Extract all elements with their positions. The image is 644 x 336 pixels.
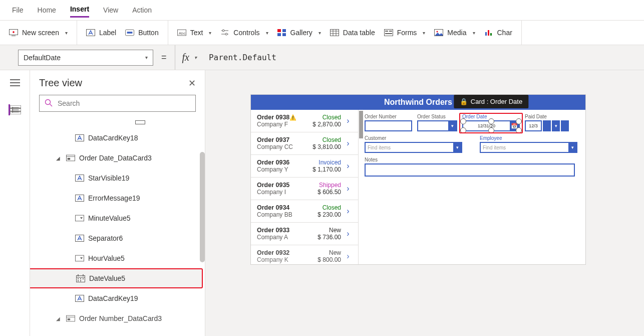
tree-node-hourval[interactable]: HourValue5 bbox=[30, 248, 205, 268]
controls-button[interactable]: Controls ▾ bbox=[220, 28, 268, 37]
chevron-right-icon[interactable]: › bbox=[344, 207, 352, 216]
menu-insert[interactable]: Insert bbox=[70, 2, 89, 18]
input-notes[interactable] bbox=[365, 163, 575, 177]
input-employee[interactable]: Find items▾ bbox=[480, 142, 577, 153]
order-company: Company A bbox=[257, 234, 314, 241]
tree-node-datacardkey19[interactable]: DataCardKey19 bbox=[30, 288, 205, 308]
label-icon bbox=[86, 28, 95, 37]
input-order-status[interactable]: ▾ bbox=[417, 120, 457, 131]
svg-rect-28 bbox=[485, 32, 487, 36]
button-button[interactable]: Button bbox=[125, 28, 158, 37]
order-id: Order 0937 bbox=[257, 136, 309, 143]
media-button[interactable]: Media ▾ bbox=[434, 28, 475, 37]
tree-node-minuteval[interactable]: MinuteValue5 bbox=[30, 208, 205, 228]
tree-node-starvisible[interactable]: StarVisible19 bbox=[30, 168, 205, 188]
order-form: Order Number Order Status ▾ 🔒 Card : Ord… bbox=[359, 110, 585, 264]
input-order-number[interactable] bbox=[365, 120, 412, 131]
svg-rect-54 bbox=[80, 278, 81, 279]
text-button[interactable]: Abc Text ▾ bbox=[177, 28, 212, 37]
formula-expr-left: Parent. bbox=[209, 53, 242, 62]
field-employee: Employee Find items▾ bbox=[480, 135, 577, 153]
order-row[interactable]: Order 0932New›Company K$ 800.00 bbox=[251, 245, 358, 264]
order-amount: $ 1,170.00 bbox=[312, 166, 341, 173]
label-button[interactable]: Label bbox=[86, 28, 116, 37]
forms-label: Forms bbox=[397, 29, 417, 37]
calendar-icon[interactable] bbox=[543, 120, 551, 131]
forms-button[interactable]: Forms ▾ bbox=[384, 28, 426, 37]
order-row[interactable]: Order 0935Shipped›Company I$ 606.50 bbox=[251, 178, 358, 200]
chevron-down-icon: ▾ bbox=[266, 30, 268, 36]
tree-view-icon[interactable] bbox=[9, 104, 20, 115]
charts-button[interactable]: Char bbox=[484, 28, 512, 37]
order-row[interactable]: Order 0937Closed›Company CC$ 3,810.00 bbox=[251, 132, 358, 155]
order-row[interactable]: Order 0934Closed›Company BB$ 230.00 bbox=[251, 200, 358, 223]
svg-rect-22 bbox=[384, 30, 393, 36]
controls-icon bbox=[220, 28, 229, 37]
order-amount: $ 606.50 bbox=[317, 189, 341, 196]
chevron-down-icon: ▾ bbox=[423, 30, 425, 36]
collapse-icon[interactable]: ◢ bbox=[56, 316, 62, 321]
tree-search[interactable] bbox=[39, 95, 196, 112]
menu-file[interactable]: File bbox=[12, 3, 24, 17]
chevron-right-icon[interactable]: › bbox=[344, 184, 352, 193]
menu-bar: File Home Insert View Action bbox=[0, 0, 644, 20]
hamburger-icon[interactable] bbox=[10, 77, 21, 88]
input-customer[interactable]: Find items▾ bbox=[365, 142, 462, 153]
canvas[interactable]: Northwind Orders Order 0938⚠️Closed›Comp… bbox=[205, 70, 644, 336]
property-dropdown[interactable]: DefaultDate ▾ bbox=[18, 50, 153, 66]
order-row[interactable]: Order 0936Invoiced›Company Y$ 1,170.00 bbox=[251, 155, 358, 178]
label-icon bbox=[75, 294, 84, 303]
tree-node-partial[interactable] bbox=[30, 117, 205, 128]
order-company: Company K bbox=[257, 256, 314, 263]
tree-label: HourValue5 bbox=[88, 254, 125, 262]
chevron-right-icon[interactable]: › bbox=[344, 252, 352, 261]
chevron-down-icon[interactable]: ▾ bbox=[552, 120, 560, 131]
media-icon bbox=[434, 28, 443, 37]
screen-icon bbox=[9, 28, 18, 37]
formula-input[interactable]: Parent.Default bbox=[204, 53, 276, 62]
order-gallery[interactable]: Order 0938⚠️Closed›Company F$ 2,870.00Or… bbox=[251, 110, 359, 264]
order-amount: $ 736.00 bbox=[317, 234, 341, 241]
svg-rect-16 bbox=[282, 33, 286, 36]
svg-rect-43 bbox=[68, 158, 70, 160]
order-row[interactable]: Order 0933New›Company A$ 736.00 bbox=[251, 223, 358, 245]
tree-node-datacardkey18[interactable]: DataCardKey18 bbox=[30, 128, 205, 148]
chevron-right-icon[interactable]: › bbox=[344, 116, 352, 125]
order-id: Order 0933 bbox=[257, 227, 314, 234]
input-paid-date[interactable]: 12/3 bbox=[525, 120, 542, 131]
tree-node-dateval[interactable]: DateValue5 bbox=[30, 268, 203, 288]
search-input[interactable] bbox=[57, 99, 190, 108]
menu-home[interactable]: Home bbox=[38, 3, 56, 17]
collapse-icon[interactable]: ◢ bbox=[56, 155, 62, 161]
chevron-right-icon[interactable]: › bbox=[344, 229, 352, 238]
chevron-down-icon: ▾ bbox=[473, 30, 475, 36]
field-customer: Customer Find items▾ bbox=[365, 135, 462, 153]
button-icon bbox=[125, 28, 134, 37]
menu-action[interactable]: Action bbox=[132, 3, 152, 17]
scrollbar-thumb[interactable] bbox=[200, 152, 205, 262]
order-id: Order 0932 bbox=[257, 249, 314, 256]
fx-button[interactable]: fx ▾ bbox=[175, 45, 204, 70]
tooltip-text: Card : Order Date bbox=[471, 98, 522, 105]
data-table-button[interactable]: Data table bbox=[330, 28, 375, 37]
tree-node-ordernum-card[interactable]: ◢ Order Number_DataCard3 bbox=[30, 308, 205, 328]
property-value: DefaultDate bbox=[24, 54, 61, 62]
label-paid-date: Paid Date bbox=[525, 114, 570, 119]
ribbon: New screen ▾ Label Button Abc Text ▾ Con… bbox=[0, 20, 644, 45]
new-screen-button[interactable]: New screen ▾ bbox=[9, 28, 68, 37]
order-status: Closed bbox=[317, 204, 341, 211]
menu-view[interactable]: View bbox=[103, 3, 118, 17]
tree-label: StarVisible19 bbox=[88, 174, 129, 182]
label-order-status: Order Status bbox=[417, 114, 457, 119]
order-row[interactable]: Order 0938⚠️Closed›Company F$ 2,870.00 bbox=[251, 110, 358, 132]
card-icon bbox=[66, 314, 75, 323]
tree-node-orderdate-card[interactable]: ◢ Order Date_DataCard3 bbox=[30, 148, 205, 168]
paid-extra-button[interactable] bbox=[561, 120, 569, 131]
chevron-right-icon[interactable]: › bbox=[344, 161, 352, 171]
gallery-button[interactable]: Gallery ▾ bbox=[277, 28, 321, 37]
chevron-right-icon[interactable]: › bbox=[344, 139, 352, 148]
tree-node-errormsg[interactable]: ErrorMessage19 bbox=[30, 188, 205, 208]
close-icon[interactable]: ✕ bbox=[188, 78, 196, 89]
tree-node-separator[interactable]: Separator6 bbox=[30, 228, 205, 248]
tree-label: DateValue5 bbox=[89, 274, 125, 282]
